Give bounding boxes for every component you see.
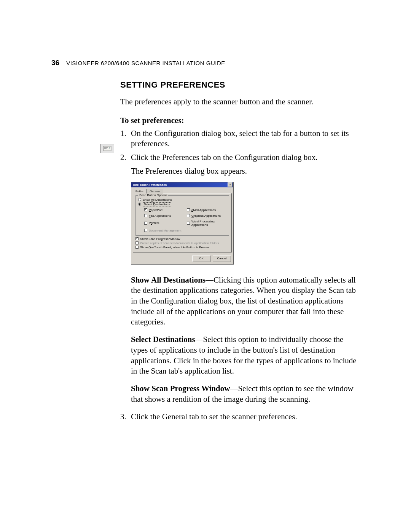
ok-button[interactable]: OK bbox=[192, 256, 210, 262]
definition-show-all-destinations: Show All Destinations—Clicking this opti… bbox=[131, 275, 360, 328]
radio-select-destinations[interactable]: Select Destinations bbox=[138, 202, 226, 206]
svg-rect-2 bbox=[104, 148, 107, 149]
checkbox-icon bbox=[144, 229, 147, 232]
check-printers[interactable]: Printers bbox=[144, 220, 184, 227]
svg-rect-1 bbox=[104, 147, 108, 148]
step-number: 2. bbox=[120, 152, 131, 163]
check-word-processing-applications[interactable]: Word Processing Applications bbox=[187, 220, 226, 227]
definition-select-destinations: Select Destinations—Select this option t… bbox=[131, 334, 360, 377]
checkbox-icon bbox=[144, 222, 147, 225]
step-2-follow: The Preferences dialog box appears. bbox=[131, 166, 360, 177]
checkbox-icon bbox=[135, 237, 139, 240]
checkbox-icon bbox=[187, 208, 190, 211]
running-head: VISIONEER 6200/6400 SCANNER INSTALLATION… bbox=[66, 60, 225, 66]
step-text: Click the Preferences tab on the Configu… bbox=[131, 152, 360, 163]
step-number: 3. bbox=[120, 412, 131, 422]
radio-icon bbox=[138, 203, 141, 206]
check-paperport[interactable]: PaperPort bbox=[144, 208, 184, 212]
header-rule bbox=[51, 68, 360, 68]
tab-panel-button: Scan Button Options Show All Destination… bbox=[133, 193, 232, 252]
step-2: 2. Click the Preferences tab on the Conf… bbox=[120, 152, 360, 163]
check-document-management: Document Management bbox=[144, 229, 184, 232]
preferences-dialog-screenshot: One Touch Preferences × Button General S… bbox=[131, 182, 360, 264]
scan-button-options-group: Scan Button Options Show All Destination… bbox=[135, 195, 229, 236]
checkbox-icon bbox=[144, 214, 147, 217]
close-icon[interactable]: × bbox=[228, 182, 233, 187]
check-create-copies: Create copies of scanned documents in ap… bbox=[135, 241, 229, 245]
destination-checks: PaperPort eMail Applications Fax Applica… bbox=[144, 208, 226, 233]
step-3: 3. Click the General tab to set the scan… bbox=[120, 412, 360, 422]
page-number: 36 bbox=[51, 59, 59, 67]
dialog-titlebar: One Touch Preferences × bbox=[131, 182, 233, 187]
dialog-tab-strip: Button General bbox=[131, 187, 233, 193]
checkbox-icon bbox=[144, 208, 147, 211]
step-text: Click the General tab to set the scanner… bbox=[131, 412, 360, 422]
page-header: 36 VISIONEER 6200/6400 SCANNER INSTALLAT… bbox=[51, 59, 360, 67]
checkbox-icon bbox=[187, 222, 190, 225]
check-fax-applications[interactable]: Fax Applications bbox=[144, 214, 184, 217]
tab-button[interactable]: Button bbox=[133, 189, 147, 193]
checkbox-icon bbox=[135, 241, 139, 244]
preferences-dialog: One Touch Preferences × Button General S… bbox=[131, 182, 234, 264]
step-1: 1. On the Configuration dialog box, sele… bbox=[120, 128, 360, 149]
radio-icon bbox=[138, 198, 141, 201]
dialog-button-row: OK Cancel bbox=[131, 254, 233, 264]
definition-show-scan-progress: Show Scan Progress Window—Select this op… bbox=[131, 383, 360, 404]
section-title: SETTING PREFERENCES bbox=[120, 80, 360, 90]
check-email-applications[interactable]: eMail Applications bbox=[187, 208, 226, 212]
check-show-scan-progress[interactable]: Show Scan Progress Window bbox=[135, 237, 229, 241]
preferences-tab-icon bbox=[100, 144, 114, 153]
check-show-onetouch-panel[interactable]: Show OneTouch Panel, when this Button is… bbox=[135, 246, 229, 249]
step-text: On the Configuration dialog box, select … bbox=[131, 128, 360, 149]
procedure-heading: To set preferences: bbox=[120, 116, 360, 125]
dialog-title: One Touch Preferences bbox=[133, 183, 167, 187]
checkbox-icon bbox=[187, 214, 190, 217]
group-label: Scan Button Options bbox=[138, 193, 168, 197]
cancel-button[interactable]: Cancel bbox=[213, 256, 231, 262]
intro-paragraph: The preferences apply to the scanner but… bbox=[120, 97, 360, 107]
check-graphics-applications[interactable]: Graphics Applications bbox=[187, 214, 226, 217]
radio-show-all-destinations[interactable]: Show All Destinations bbox=[138, 198, 226, 201]
tab-general[interactable]: General bbox=[147, 189, 163, 193]
step-number: 1. bbox=[120, 128, 131, 149]
checkbox-icon bbox=[135, 246, 139, 249]
